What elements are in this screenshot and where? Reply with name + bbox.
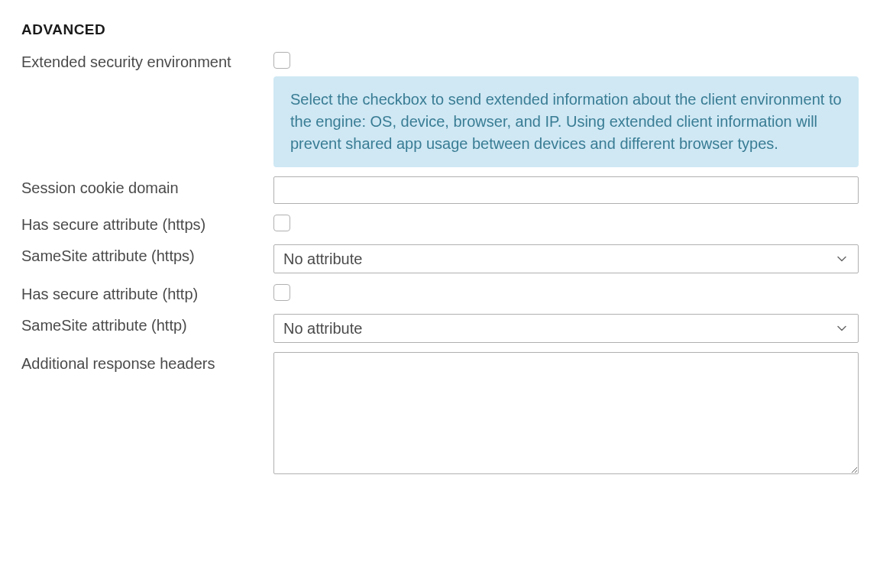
session-cookie-domain-input[interactable] <box>273 176 859 204</box>
session-cookie-domain-controls <box>273 176 859 204</box>
additional-headers-label: Additional response headers <box>21 352 273 374</box>
samesite-https-value: No attribute <box>283 250 362 268</box>
samesite-http-select[interactable]: No attribute <box>273 314 859 343</box>
has-secure-http-controls <box>273 283 859 301</box>
session-cookie-domain-label: Session cookie domain <box>21 176 273 199</box>
advanced-section: ADVANCED Extended security environment S… <box>21 21 859 474</box>
samesite-http-select-wrap: No attribute <box>273 314 859 343</box>
samesite-http-label: SameSite attribute (http) <box>21 314 273 336</box>
samesite-http-row: SameSite attribute (http) No attribute <box>21 314 859 343</box>
session-cookie-domain-row: Session cookie domain <box>21 176 859 204</box>
extended-security-info: Select the checkbox to send extended inf… <box>273 76 859 167</box>
samesite-https-select-wrap: No attribute <box>273 244 859 273</box>
extended-security-checkbox[interactable] <box>273 52 290 69</box>
extended-security-controls: Select the checkbox to send extended inf… <box>273 50 859 167</box>
samesite-https-row: SameSite attribute (https) No attribute <box>21 244 859 273</box>
has-secure-https-controls <box>273 213 859 231</box>
has-secure-http-label: Has secure attribute (http) <box>21 283 273 305</box>
samesite-http-controls: No attribute <box>273 314 859 343</box>
additional-headers-controls <box>273 352 859 474</box>
has-secure-https-row: Has secure attribute (https) <box>21 213 859 235</box>
samesite-https-controls: No attribute <box>273 244 859 273</box>
has-secure-https-checkbox[interactable] <box>273 215 290 231</box>
has-secure-https-label: Has secure attribute (https) <box>21 213 273 235</box>
additional-headers-row: Additional response headers <box>21 352 859 474</box>
samesite-https-label: SameSite attribute (https) <box>21 244 273 267</box>
additional-headers-textarea[interactable] <box>273 352 859 474</box>
samesite-https-select[interactable]: No attribute <box>273 244 859 273</box>
extended-security-label: Extended security environment <box>21 50 273 73</box>
has-secure-http-checkbox[interactable] <box>273 284 290 301</box>
has-secure-http-row: Has secure attribute (http) <box>21 283 859 305</box>
section-heading: ADVANCED <box>21 21 859 38</box>
extended-security-row: Extended security environment Select the… <box>21 50 859 167</box>
samesite-http-value: No attribute <box>283 320 362 338</box>
